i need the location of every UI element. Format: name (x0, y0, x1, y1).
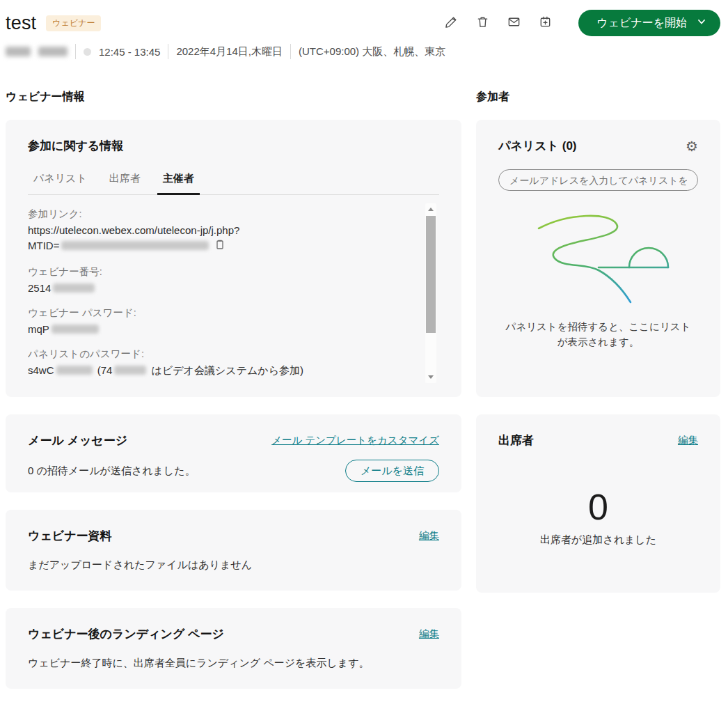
pencil-icon (444, 15, 459, 31)
panelists-empty-illustration (516, 205, 681, 311)
join-link-value: https://utelecon.webex.com/utelecon-jp/j… (28, 223, 411, 255)
join-info-scroll-area: 参加リンク: https://utelecon.webex.com/utelec… (28, 203, 439, 386)
start-webinar-button[interactable]: ウェビナーを開始 (578, 10, 720, 36)
envelope-icon (507, 15, 521, 31)
host-name-redacted (38, 47, 68, 56)
panelist-password-prefix: s4wC (28, 364, 54, 376)
email-message-card: メール メッセージ メール テンプレートをカスタマイズ 0 の招待メールが送信さ… (6, 414, 461, 492)
redacted-value (61, 241, 209, 250)
page-header: test ウェビナー (6, 10, 720, 59)
landing-body-text: ウェビナー終了時に、出席者全員にランディング ページを表示します。 (28, 657, 439, 670)
redacted-value (114, 366, 146, 375)
meta-divider (290, 44, 291, 59)
email-webinar-button[interactable] (503, 13, 524, 33)
host-name-redacted (6, 47, 31, 56)
panelists-empty-text: パネリストを招待すると、ここにリストが表示されます。 (498, 319, 698, 350)
webinar-info-section-title: ウェビナー情報 (6, 90, 461, 104)
join-info-card: 参加に関する情報 パネリスト 出席者 主催者 参加リンク: https://ut… (6, 120, 461, 397)
start-webinar-label: ウェビナーを開始 (596, 16, 687, 31)
panelist-password-value: s4wC (74 はビデオ会議システムから参加) (28, 363, 411, 378)
chevron-down-icon (697, 17, 706, 29)
webinar-number-prefix: 2514 (28, 282, 51, 294)
webinar-type-badge: ウェビナー (46, 15, 101, 31)
attendees-count: 0 (498, 486, 698, 528)
add-panelist-input[interactable] (498, 169, 698, 191)
webinar-number-label: ウェビナー番号: (28, 265, 411, 279)
tab-host[interactable]: 主催者 (163, 172, 194, 194)
participants-section-title: 参加者 (476, 90, 720, 104)
trash-icon (475, 15, 490, 31)
edit-landing-link[interactable]: 編集 (419, 627, 439, 641)
timezone-text: (UTC+09:00) 大阪、札幌、東京 (299, 45, 445, 58)
calendar-plus-icon (538, 15, 553, 31)
attendees-count-caption: 出席者が追加されました (498, 533, 698, 547)
status-dot (84, 48, 91, 56)
webinar-materials-card: ウェビナー資料 編集 まだアップロードされたファイルはありません (6, 510, 461, 591)
webinar-password-label: ウェビナー パスワード: (28, 306, 411, 320)
email-card-title: メール メッセージ (28, 432, 127, 448)
panelists-card-title: パネリスト (0) (498, 138, 577, 154)
webinar-password-value: mqP (28, 322, 411, 337)
gear-icon[interactable]: ⚙ (686, 139, 698, 153)
materials-empty-text: まだアップロードされたファイルはありません (28, 559, 439, 572)
panelist-password-suffix: はビデオ会議システムから参加) (152, 364, 304, 376)
attendees-card: 出席者 編集 0 出席者が追加されました (476, 414, 720, 593)
tab-panelist[interactable]: パネリスト (33, 172, 87, 194)
page-title: test (6, 13, 36, 34)
customize-email-template-link[interactable]: メール テンプレートをカスタマイズ (271, 434, 439, 447)
materials-card-title: ウェビナー資料 (28, 528, 112, 544)
edit-attendees-link[interactable]: 編集 (678, 434, 698, 447)
post-webinar-landing-card: ウェビナー後のランディング ページ 編集 ウェビナー終了時に、出席者全員にランデ… (6, 608, 461, 689)
email-status-text: 0 の招待メールが送信されました。 (28, 465, 196, 478)
redacted-value (56, 366, 93, 375)
attendees-card-title: 出席者 (498, 432, 534, 448)
join-link-mtid-prefix: MTID= (28, 240, 59, 251)
date-text: 2022年4月14日,木曜日 (176, 45, 283, 58)
join-info-tabs: パネリスト 出席者 主催者 (28, 172, 439, 195)
webinar-detail-page: test ウェビナー (0, 0, 728, 702)
scrollbar-thumb[interactable] (426, 216, 436, 333)
tab-attendee[interactable]: 出席者 (109, 172, 141, 194)
send-email-button[interactable]: メールを送信 (345, 460, 439, 482)
join-link-label: 参加リンク: (28, 208, 411, 221)
time-range: 12:45 - 13:45 (99, 46, 160, 58)
scroll-down-arrow-icon[interactable] (428, 375, 434, 379)
edit-webinar-button[interactable] (441, 13, 461, 33)
scrollbar[interactable] (425, 203, 436, 383)
meta-divider (168, 44, 168, 59)
copy-icon[interactable] (215, 240, 225, 255)
edit-materials-link[interactable]: 編集 (419, 529, 439, 543)
panelist-password-label: パネリストのパスワード: (28, 348, 411, 361)
add-to-calendar-button[interactable] (535, 13, 555, 33)
landing-card-title: ウェビナー後のランディング ページ (28, 626, 224, 642)
scroll-up-arrow-icon[interactable] (428, 208, 434, 211)
join-link-url: https://utelecon.webex.com/utelecon-jp/j… (28, 224, 239, 236)
meta-divider (75, 44, 76, 59)
redacted-value (52, 325, 99, 334)
redacted-value (53, 283, 95, 292)
panelist-password-mid: (74 (97, 364, 113, 376)
panelists-card: パネリスト (0) ⚙ (476, 120, 720, 397)
webinar-meta-row: 12:45 - 13:45 2022年4月14日,木曜日 (UTC+09:00)… (6, 44, 720, 59)
delete-webinar-button[interactable] (472, 13, 493, 33)
webinar-password-prefix: mqP (28, 323, 49, 335)
join-info-title: 参加に関する情報 (28, 138, 439, 154)
webinar-number-value: 2514 (28, 281, 411, 296)
